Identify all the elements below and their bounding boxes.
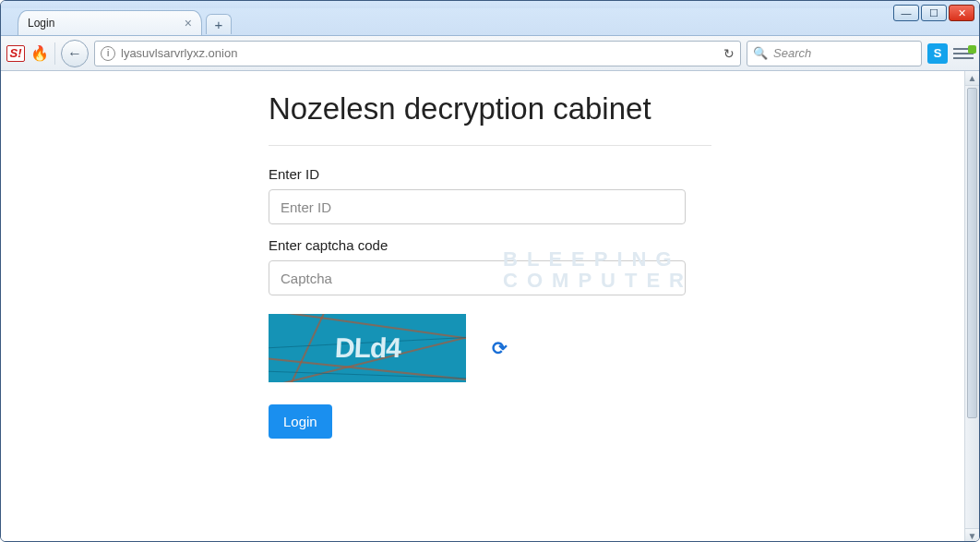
id-label: Enter ID <box>269 166 711 182</box>
site-info-icon[interactable]: i <box>101 46 115 61</box>
toolbar: S! 🔥 ← i lyasuvlsarvrlyxz.onion ↻ 🔍 Sear… <box>1 36 979 71</box>
menu-button[interactable] <box>953 48 974 59</box>
scroll-down-button[interactable]: ▼ <box>965 528 979 542</box>
tab-title: Login <box>28 17 54 30</box>
extension-fire-icon[interactable]: 🔥 <box>30 44 49 63</box>
extension-s-icon[interactable]: S! <box>6 44 25 63</box>
back-button[interactable]: ← <box>61 40 89 67</box>
menu-notification-dot <box>968 45 976 54</box>
tab-strip: Login × + <box>1 8 979 36</box>
captcha-refresh-icon[interactable]: ⟳ <box>492 337 508 359</box>
search-placeholder: Search <box>773 46 811 60</box>
login-button[interactable]: Login <box>269 404 332 439</box>
url-text: lyasuvlsarvrlyxz.onion <box>121 46 718 60</box>
scroll-up-button[interactable]: ▲ <box>965 71 979 86</box>
captcha-input[interactable] <box>269 260 686 295</box>
toolbar-divider <box>54 42 55 65</box>
viewport: Nozelesn decryption cabinet Enter ID Ent… <box>1 71 979 542</box>
reload-icon[interactable]: ↻ <box>723 46 735 61</box>
search-box[interactable]: 🔍 Search <box>747 41 922 66</box>
captcha-text: DLd4 <box>334 332 401 364</box>
divider <box>269 145 711 146</box>
address-bar[interactable]: i lyasuvlsarvrlyxz.onion ↻ <box>94 41 741 66</box>
window-maximize-button[interactable]: ☐ <box>921 5 947 21</box>
captcha-label: Enter captcha code <box>269 237 711 253</box>
captcha-image: DLd4 <box>269 314 466 382</box>
page-content: Nozelesn decryption cabinet Enter ID Ent… <box>269 91 711 439</box>
window-close-button[interactable]: ✕ <box>949 5 974 21</box>
window-titlebar: — ☐ ✕ <box>1 1 979 8</box>
page-title: Nozelesn decryption cabinet <box>269 91 711 126</box>
extension-blue-s-icon[interactable]: S <box>927 43 948 64</box>
tab-close-icon[interactable]: × <box>185 17 192 30</box>
search-icon: 🔍 <box>753 46 768 60</box>
vertical-scrollbar[interactable]: ▲ ▼ <box>964 71 979 542</box>
scrollbar-thumb[interactable] <box>967 88 977 418</box>
window-minimize-button[interactable]: — <box>893 5 919 21</box>
id-input[interactable] <box>269 189 686 224</box>
tab-login[interactable]: Login × <box>18 10 202 35</box>
new-tab-button[interactable]: + <box>206 14 232 34</box>
